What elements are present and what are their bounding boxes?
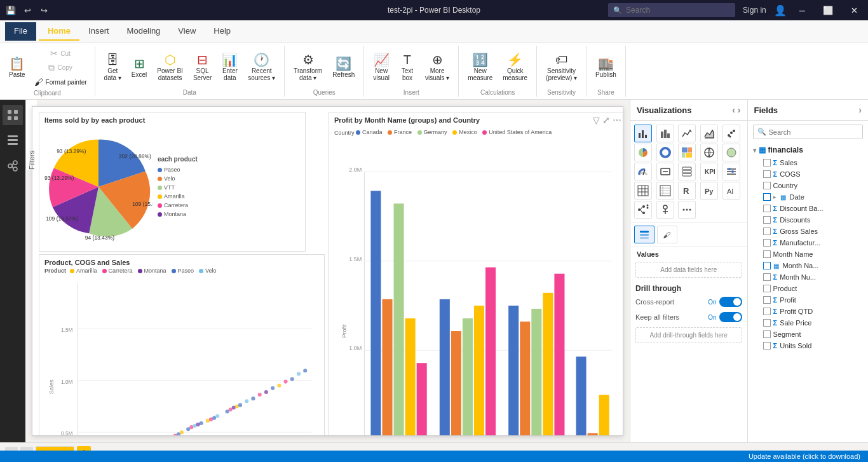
cut-button[interactable]: ✂ Cut xyxy=(32,47,90,60)
copy-button[interactable]: ⧉ Copy xyxy=(32,61,90,74)
tab-view[interactable]: View xyxy=(169,22,205,41)
nav-data-icon[interactable] xyxy=(3,130,23,151)
update-text[interactable]: Update available (click to download) xyxy=(749,452,860,460)
viz-area-chart[interactable] xyxy=(700,125,718,142)
viz-column-chart[interactable] xyxy=(656,125,674,142)
paste-button[interactable]: 📋 Paste xyxy=(5,48,29,88)
viz-kpi[interactable]: KPI xyxy=(700,163,718,180)
enter-data-button[interactable]: 📊 Enterdata xyxy=(218,47,241,88)
fields-search-input[interactable] xyxy=(769,128,858,136)
field-item-sale-price[interactable]: Σ Sale Price xyxy=(748,317,868,329)
viz-gauge[interactable] xyxy=(634,163,652,180)
viz-donut-chart[interactable] xyxy=(656,144,674,161)
field-item-month-name[interactable]: Month Name xyxy=(748,248,868,260)
excel-button[interactable]: ⊞ Excel xyxy=(128,47,151,88)
field-item-profit-qtd[interactable]: Σ Profit QTD xyxy=(748,306,868,317)
viz-custom-ai[interactable]: AI xyxy=(722,182,740,200)
redo-button[interactable]: ↪ xyxy=(38,4,50,16)
field-item-profit[interactable]: Σ Profit xyxy=(748,294,868,306)
date-checkbox[interactable] xyxy=(763,193,771,201)
cross-report-toggle[interactable] xyxy=(719,297,742,307)
minimize-button[interactable]: ─ xyxy=(794,3,810,18)
field-item-month-na[interactable]: ▦ Month Na... xyxy=(748,260,868,271)
field-item-country[interactable]: Country xyxy=(748,180,868,191)
product-checkbox[interactable] xyxy=(763,285,771,292)
text-box-button[interactable]: T Textbox xyxy=(396,47,419,88)
more-visuals-button[interactable]: ⊕ Morevisuals ▾ xyxy=(421,47,453,88)
titlebar-search-input[interactable] xyxy=(608,3,735,17)
viz-python-visual[interactable]: Py xyxy=(700,182,718,200)
monthna-checkbox[interactable] xyxy=(763,262,771,269)
viz-tree-map[interactable] xyxy=(678,144,696,161)
viz-pie-chart[interactable] xyxy=(634,144,652,161)
viz-bar-chart[interactable] xyxy=(634,125,652,142)
bar-chart[interactable]: Profit by Month Name (groups) and Countr… xyxy=(329,112,623,436)
viz-filled-map[interactable] xyxy=(722,144,740,161)
fields-search-box[interactable]: 🔍 xyxy=(753,125,863,139)
viz-format-tab[interactable]: 🖌 xyxy=(657,226,677,243)
publish-button[interactable]: 🏬 Publish xyxy=(592,47,620,88)
power-bi-datasets-button[interactable]: ⬡ Power BIdatasets xyxy=(153,47,187,88)
get-data-button[interactable]: 🗄 Getdata ▾ xyxy=(100,47,125,88)
viz-slicer[interactable] xyxy=(722,163,740,180)
viz-forward-arrow[interactable]: › xyxy=(738,105,741,115)
viz-table[interactable] xyxy=(634,182,652,200)
manufactur-checkbox[interactable] xyxy=(763,239,771,247)
drill-add-field[interactable]: Add drill-through fields here xyxy=(635,327,742,343)
filters-label[interactable]: Filters xyxy=(28,151,36,170)
tab-modeling[interactable]: Modeling xyxy=(118,22,170,41)
more-icon[interactable]: ⋯ xyxy=(613,115,621,125)
field-item-sales[interactable]: Σ Sales xyxy=(748,157,868,168)
field-item-units-sold[interactable]: Σ Units Sold xyxy=(748,340,868,351)
tab-home[interactable]: Home xyxy=(39,22,79,41)
viz-multirow-card[interactable] xyxy=(678,163,696,180)
unitssold-checkbox[interactable] xyxy=(763,342,771,350)
sql-server-button[interactable]: ⊟ SQLServer xyxy=(189,47,215,88)
sensitivity-button[interactable]: 🏷 Sensitivity(preview) ▾ xyxy=(542,47,581,88)
field-item-discounts[interactable]: Σ Discounts xyxy=(748,214,868,226)
sales-checkbox[interactable] xyxy=(763,159,771,166)
viz-line-chart[interactable] xyxy=(678,125,696,142)
field-item-month-nu[interactable]: Σ Month Nu... xyxy=(748,271,868,283)
discountba-checkbox[interactable] xyxy=(763,205,771,212)
viz-matrix[interactable] xyxy=(656,182,674,200)
profit-checkbox[interactable] xyxy=(763,296,771,304)
viz-card[interactable] xyxy=(656,163,674,180)
recent-sources-button[interactable]: 🕐 Recentsources ▾ xyxy=(244,47,279,88)
saleprice-checkbox[interactable] xyxy=(763,319,771,327)
viz-back-arrow[interactable]: ‹ xyxy=(732,105,735,115)
field-item-product[interactable]: Product xyxy=(748,283,868,294)
discounts-checkbox[interactable] xyxy=(763,216,771,224)
transform-data-button[interactable]: ⚙ Transformdata ▾ xyxy=(290,47,326,88)
cogs-checkbox[interactable] xyxy=(763,170,771,178)
field-item-gross-sales[interactable]: Σ Gross Sales xyxy=(748,226,868,237)
keep-all-filters-toggle[interactable] xyxy=(719,312,742,322)
viz-key-influencers[interactable] xyxy=(656,201,674,219)
field-item-cogs[interactable]: Σ COGS xyxy=(748,168,868,180)
new-measure-button[interactable]: 🔢 Newmeasure xyxy=(464,47,496,88)
tab-help[interactable]: Help xyxy=(205,22,240,41)
viz-add-data-field[interactable]: Add data fields here xyxy=(635,262,742,278)
nav-report-icon[interactable] xyxy=(3,105,23,125)
tab-file[interactable]: File xyxy=(5,22,36,41)
date-expand-icon[interactable]: ▸ xyxy=(773,194,776,200)
update-bar[interactable]: Update available (click to download) xyxy=(0,451,868,462)
viz-map[interactable] xyxy=(700,144,718,161)
scatter-chart[interactable]: Product, COGS and Sales Product Amarilla… xyxy=(39,254,325,436)
field-group-financials-header[interactable]: ▾ ▦ financials xyxy=(748,143,868,157)
viz-r-visual[interactable]: R xyxy=(678,182,696,200)
viz-decomp-tree[interactable] xyxy=(634,201,652,219)
save-button[interactable]: 💾 xyxy=(5,4,17,16)
expand-icon[interactable]: ⤢ xyxy=(602,115,610,125)
country-checkbox[interactable] xyxy=(763,182,771,189)
close-button[interactable]: ✕ xyxy=(846,3,863,18)
field-item-segment[interactable]: Segment xyxy=(748,329,868,340)
quick-measure-button[interactable]: ⚡ Quickmeasure xyxy=(499,47,531,88)
monthname-checkbox[interactable] xyxy=(763,250,771,258)
field-item-manufactur[interactable]: Σ Manufactur... xyxy=(748,237,868,248)
field-item-date[interactable]: ▸ ▦ Date xyxy=(748,191,868,203)
segment-checkbox[interactable] xyxy=(763,330,771,338)
viz-fields-tab[interactable] xyxy=(634,226,654,243)
monthnu-checkbox[interactable] xyxy=(763,273,771,281)
canvas-area[interactable]: Items sold by by each product xyxy=(25,100,630,442)
